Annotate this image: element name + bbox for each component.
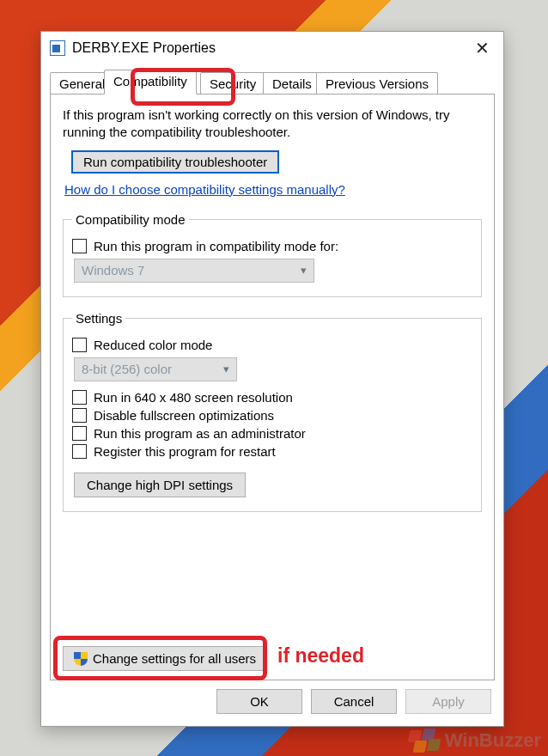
tab-previous-versions[interactable]: Previous Versions (316, 72, 438, 94)
help-link[interactable]: How do I choose compatibility settings m… (64, 182, 482, 197)
color-mode-value: 8-bit (256) color (82, 362, 172, 376)
tabs: General Compatibility Security Details P… (50, 70, 495, 94)
settings-group: Settings Reduced color mode 8-bit (256) … (63, 311, 482, 512)
tab-security[interactable]: Security (200, 72, 265, 94)
reduced-color-checkbox[interactable] (72, 338, 87, 352)
tab-compatibility[interactable]: Compatibility (104, 70, 197, 94)
register-restart-label: Register this program for restart (94, 444, 276, 459)
compatibility-mode-legend: Compatibility mode (72, 212, 189, 227)
apply-button: Apply (405, 689, 491, 714)
chevron-down-icon: ▾ (301, 264, 307, 277)
change-dpi-button[interactable]: Change high DPI settings (74, 472, 246, 497)
run-as-admin-checkbox[interactable] (72, 426, 87, 441)
compat-mode-checkbox[interactable] (72, 239, 87, 253)
color-mode-select: 8-bit (256) color ▾ (74, 357, 237, 381)
uac-shield-icon (74, 652, 88, 666)
disable-fullscreen-label: Disable fullscreen optimizations (94, 408, 274, 423)
change-all-users-button[interactable]: Change settings for all users (63, 646, 267, 671)
settings-legend: Settings (72, 311, 125, 326)
tab-panel-compatibility: If this program isn't working correctly … (50, 94, 495, 680)
change-all-users-label: Change settings for all users (93, 651, 256, 666)
resolution-label: Run in 640 x 480 screen resolution (94, 390, 293, 405)
chevron-down-icon: ▾ (223, 363, 229, 375)
window-title: DERBY.EXE Properties (72, 40, 460, 56)
compatibility-mode-group: Compatibility mode Run this program in c… (63, 212, 482, 297)
disable-fullscreen-checkbox[interactable] (72, 408, 87, 423)
compat-os-select: Windows 7 ▾ (74, 259, 314, 283)
tab-details[interactable]: Details (263, 72, 321, 94)
compat-os-value: Windows 7 (82, 263, 144, 277)
properties-window: DERBY.EXE Properties ✕ General Compatibi… (40, 31, 504, 727)
titlebar: DERBY.EXE Properties ✕ (41, 32, 503, 64)
annotation-text: if needed (277, 644, 364, 668)
compat-mode-label: Run this program in compatibility mode f… (94, 239, 338, 253)
intro-text: If this program isn't working correctly … (63, 107, 482, 142)
run-as-admin-label: Run this program as an administrator (94, 426, 306, 441)
cancel-button[interactable]: Cancel (311, 689, 397, 714)
register-restart-checkbox[interactable] (72, 444, 87, 459)
dialog-buttons: OK Cancel Apply (41, 689, 503, 726)
reduced-color-label: Reduced color mode (94, 338, 212, 352)
app-icon (50, 40, 65, 56)
run-troubleshooter-button[interactable]: Run compatibility troubleshooter (71, 150, 279, 174)
close-icon[interactable]: ✕ (460, 32, 503, 64)
ok-button[interactable]: OK (216, 689, 302, 714)
resolution-checkbox[interactable] (72, 390, 87, 405)
